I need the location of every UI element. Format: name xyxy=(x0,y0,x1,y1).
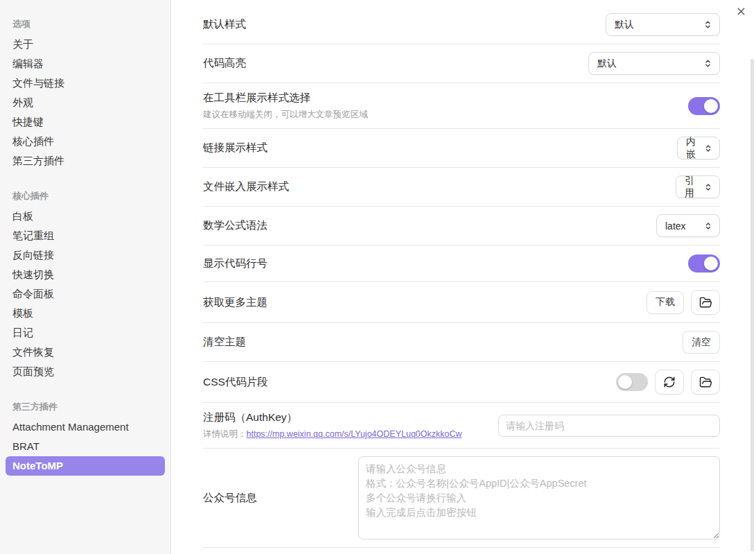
chevrons-up-down-icon xyxy=(703,20,712,29)
setting-label: 在工具栏展示样式选择 xyxy=(203,91,368,105)
embed-style-select[interactable]: 引用 xyxy=(676,175,720,198)
setting-label: 清空主题 xyxy=(203,335,246,349)
math-syntax-select[interactable]: latex xyxy=(656,214,720,237)
sidebar-item-appearance[interactable]: 外观 xyxy=(6,93,165,112)
sidebar-item-page-preview[interactable]: 页面预览 xyxy=(6,362,165,381)
setting-label: 代码高亮 xyxy=(203,56,246,71)
sidebar-item-hotkeys[interactable]: 快捷键 xyxy=(6,112,165,132)
folder-open-icon xyxy=(699,296,712,309)
sidebar-section-title: 选项 xyxy=(6,17,165,32)
select-value: 默认 xyxy=(597,58,617,70)
setting-label: 文件嵌入展示样式 xyxy=(203,180,289,194)
clear-theme-button[interactable]: 清空 xyxy=(683,331,720,354)
select-value: 引用 xyxy=(685,175,697,200)
open-theme-folder-button[interactable] xyxy=(691,290,720,315)
setting-row-css-snippet: CSS代码片段 xyxy=(203,362,720,403)
setting-label-group: 在工具栏展示样式选择 建议在移动端关闭，可以增大文章预览区域 xyxy=(203,91,368,121)
toggle-knob xyxy=(618,375,632,389)
toggle-knob xyxy=(704,257,718,270)
mp-info-textarea[interactable] xyxy=(358,456,720,539)
sidebar-item-about[interactable]: 关于 xyxy=(6,35,165,54)
open-css-folder-button[interactable] xyxy=(691,370,720,395)
refresh-icon xyxy=(663,376,676,388)
setting-row-code-highlight: 代码高亮 默认 xyxy=(203,44,720,83)
plugin-settings-panel: 默认样式 默认 代码高亮 默认 在工具栏展示样式选择 建议在移动端关闭，可以增大… xyxy=(172,0,756,554)
toolbar-style-toggle[interactable] xyxy=(688,97,720,115)
setting-row-link-style: 链接展示样式 内嵌 xyxy=(203,129,720,168)
refresh-css-button[interactable] xyxy=(655,370,684,395)
chevrons-up-down-icon xyxy=(704,222,712,230)
chevrons-up-down-icon xyxy=(704,183,712,191)
setting-label: CSS代码片段 xyxy=(203,375,268,390)
setting-label: 数学公式语法 xyxy=(203,218,267,233)
vertical-scrollbar[interactable] xyxy=(750,59,754,551)
auth-key-input[interactable] xyxy=(498,415,720,437)
close-icon xyxy=(735,6,747,17)
settings-footer: 加密公众号信息 测试公众号 xyxy=(203,548,720,554)
auth-key-help-link[interactable]: https://mp.weixin.qq.com/s/LYujo4ODEYLuq… xyxy=(247,429,462,439)
sidebar-item-daily-notes[interactable]: 日记 xyxy=(6,323,165,343)
sidebar-section-title: 核心插件 xyxy=(6,189,165,204)
setting-row-more-themes: 获取更多主题 下载 xyxy=(203,282,720,323)
sidebar-item-editor[interactable]: 编辑器 xyxy=(6,54,165,73)
link-style-select[interactable]: 内嵌 xyxy=(677,137,720,159)
chevrons-up-down-icon xyxy=(704,144,712,153)
select-value: latex xyxy=(665,220,686,232)
css-snippet-toggle[interactable] xyxy=(616,373,648,391)
setting-label: 获取更多主题 xyxy=(203,295,267,310)
chevrons-up-down-icon xyxy=(703,59,712,68)
setting-row-embed-style: 文件嵌入展示样式 引用 xyxy=(203,168,720,207)
sidebar-item-community-plugins[interactable]: 第三方插件 xyxy=(6,151,165,171)
sidebar-item-note-composer[interactable]: 笔记重组 xyxy=(6,226,165,245)
close-button[interactable] xyxy=(734,4,748,18)
sidebar-item-quick-switcher[interactable]: 快速切换 xyxy=(6,265,165,284)
sidebar-item-templates[interactable]: 模板 xyxy=(6,304,165,323)
setting-label: 默认样式 xyxy=(203,17,246,32)
sidebar-item-brat[interactable]: BRAT xyxy=(6,437,165,456)
setting-row-default-style: 默认样式 默认 xyxy=(203,6,720,44)
setting-row-auth-key: 注册码（AuthKey） 详情说明：https://mp.weixin.qq.c… xyxy=(203,403,720,449)
auth-key-desc-prefix: 详情说明： xyxy=(203,429,247,439)
setting-label: 链接展示样式 xyxy=(203,141,267,155)
sidebar-item-backlinks[interactable]: 反向链接 xyxy=(6,245,165,265)
settings-sidebar: 选项 关于 编辑器 文件与链接 外观 快捷键 核心插件 第三方插件 核心插件 白… xyxy=(0,0,171,554)
sidebar-section-core-plugins: 核心插件 白板 笔记重组 反向链接 快速切换 命令面板 模板 日记 文件恢复 页… xyxy=(6,189,165,381)
download-theme-button[interactable]: 下载 xyxy=(647,291,684,314)
setting-row-clear-theme: 清空主题 清空 xyxy=(203,323,720,362)
setting-description: 详情说明：https://mp.weixin.qq.com/s/LYujo4OD… xyxy=(203,429,462,440)
setting-row-mp-info: 公众号信息 xyxy=(203,449,720,548)
setting-label-group: 注册码（AuthKey） 详情说明：https://mp.weixin.qq.c… xyxy=(203,410,462,440)
sidebar-section-options: 选项 关于 编辑器 文件与链接 外观 快捷键 核心插件 第三方插件 xyxy=(6,17,165,171)
select-value: 默认 xyxy=(615,19,634,31)
sidebar-section-community-plugins: 第三方插件 Attachment Management BRAT NoteToM… xyxy=(6,399,165,476)
default-style-select[interactable]: 默认 xyxy=(606,13,720,36)
code-highlight-select[interactable]: 默认 xyxy=(588,52,720,75)
toggle-knob xyxy=(704,99,718,113)
setting-label: 注册码（AuthKey） xyxy=(203,410,462,425)
setting-description: 建议在移动端关闭，可以增大文章预览区域 xyxy=(203,109,368,121)
sidebar-item-canvas[interactable]: 白板 xyxy=(6,207,165,226)
sidebar-item-file-recovery[interactable]: 文件恢复 xyxy=(6,343,165,362)
sidebar-item-core-plugins[interactable]: 核心插件 xyxy=(6,132,165,151)
folder-open-icon xyxy=(699,376,712,389)
select-value: 内嵌 xyxy=(686,136,697,161)
sidebar-section-title: 第三方插件 xyxy=(6,399,165,415)
setting-row-line-numbers: 显示代码行号 xyxy=(203,245,720,282)
setting-label: 公众号信息 xyxy=(203,491,257,505)
sidebar-item-attachment-management[interactable]: Attachment Management xyxy=(6,417,165,437)
setting-label: 显示代码行号 xyxy=(203,257,267,271)
sidebar-item-notetomp[interactable]: NoteToMP xyxy=(6,456,165,476)
sidebar-item-files-links[interactable]: 文件与链接 xyxy=(6,73,165,93)
setting-row-math-syntax: 数学公式语法 latex xyxy=(203,207,720,245)
setting-row-toolbar-style: 在工具栏展示样式选择 建议在移动端关闭，可以增大文章预览区域 xyxy=(203,83,720,129)
sidebar-item-command-palette[interactable]: 命令面板 xyxy=(6,284,165,304)
line-numbers-toggle[interactable] xyxy=(688,254,720,272)
